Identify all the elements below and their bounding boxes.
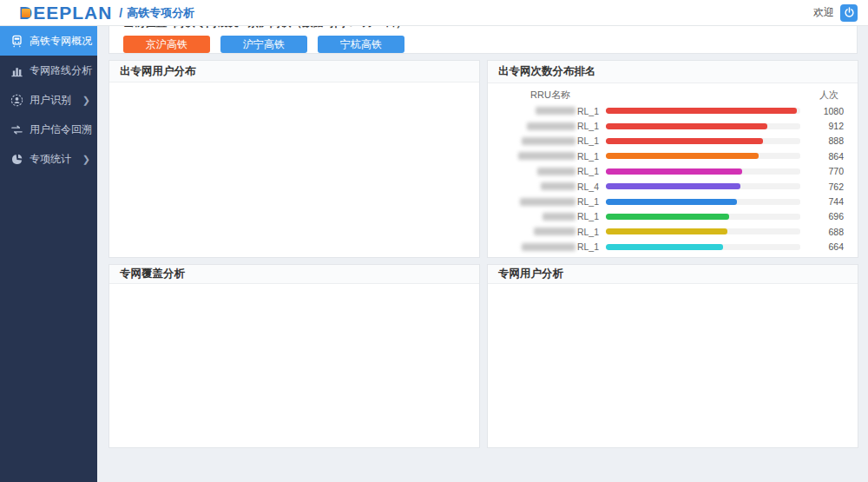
bar-track bbox=[606, 199, 800, 205]
sidebar-item-3[interactable]: 用户识别❯ bbox=[0, 85, 97, 115]
ranking-row: RL_1888 bbox=[502, 134, 844, 149]
ranking-col-name: RRU名称 bbox=[502, 89, 599, 102]
rru-name-suffix: RL_1 bbox=[577, 121, 599, 131]
bar-fill bbox=[606, 123, 767, 129]
rru-name-suffix: RL_1 bbox=[577, 166, 599, 176]
rail-line-button-1[interactable]: 京沪高铁 bbox=[123, 36, 210, 53]
ranking-row: RL_1696 bbox=[502, 209, 844, 224]
coverage-chart bbox=[109, 284, 479, 444]
main-content: 当前位置: 高铁专网概况> 京沪高铁（数据时间：8月29日） 京沪高铁沪宁高铁宁… bbox=[97, 0, 868, 455]
ranking-row: RL_1912 bbox=[502, 118, 844, 133]
logo-square-icon bbox=[22, 9, 30, 17]
bar-value: 888 bbox=[804, 135, 844, 146]
power-button[interactable] bbox=[840, 4, 858, 22]
ranking-row: RL_1664 bbox=[502, 240, 844, 254]
ranking-row: RL_1744 bbox=[502, 194, 844, 208]
sidebar-item-4[interactable]: 用户信令回溯 bbox=[0, 115, 97, 144]
rru-name-suffix: RL_4 bbox=[577, 182, 599, 192]
rru-name: RL_1 bbox=[502, 196, 599, 207]
bar-track bbox=[606, 108, 800, 114]
pie-chart-icon bbox=[10, 153, 23, 166]
bar-chart-icon bbox=[10, 64, 23, 77]
chevron-right-icon: ❯ bbox=[82, 95, 90, 106]
rru-name: RL_1 bbox=[502, 241, 599, 252]
sidebar-item-label: 专项统计 bbox=[30, 152, 82, 167]
map-canvas[interactable] bbox=[109, 83, 479, 257]
power-icon bbox=[844, 7, 855, 18]
ranking-header: RRU名称 人次 bbox=[488, 83, 858, 103]
rru-name-suffix: RL_1 bbox=[577, 241, 599, 252]
bar-value: 770 bbox=[804, 166, 844, 176]
rru-name-suffix: RL_1 bbox=[577, 151, 599, 162]
bar-value: 744 bbox=[804, 196, 844, 207]
rru-name: RL_1 bbox=[502, 211, 599, 221]
app-header: DEEPLAN / 高铁专项分析 欢迎 bbox=[0, 0, 868, 26]
logo-separator: / bbox=[119, 6, 122, 20]
sidebar-item-1[interactable]: 高铁专网概况 bbox=[0, 26, 97, 56]
app-title: 高铁专项分析 bbox=[127, 5, 194, 21]
bar-fill bbox=[606, 214, 729, 220]
bar-value: 664 bbox=[804, 241, 844, 252]
rru-name-suffix: RL_1 bbox=[577, 106, 599, 116]
signal-arrows-icon bbox=[10, 123, 23, 136]
rail-line-button-2[interactable]: 沪宁高铁 bbox=[220, 36, 307, 53]
rru-name: RL_1 bbox=[502, 121, 599, 131]
ranking-col-value: 人次 bbox=[819, 89, 844, 102]
bar-fill bbox=[606, 183, 740, 189]
bar-track bbox=[606, 183, 800, 189]
rru-name: RL_4 bbox=[502, 182, 599, 192]
rru-name: RL_1 bbox=[502, 106, 599, 116]
bar-track bbox=[606, 168, 800, 175]
panel-exit-ranking: 出专网次数分布排名 RRU名称 人次 RL_11080RL_1912RL_188… bbox=[487, 60, 858, 258]
rru-name: RL_1 bbox=[502, 135, 599, 146]
ranking-row: RL_4762 bbox=[502, 179, 844, 194]
blurred-name bbox=[541, 182, 575, 190]
bar-fill bbox=[606, 199, 737, 205]
bar-track bbox=[606, 244, 800, 250]
rail-line-buttons: 京沪高铁沪宁高铁宁杭高铁 bbox=[123, 36, 843, 53]
panel-title: 出专网次数分布排名 bbox=[488, 61, 858, 83]
bar-fill bbox=[606, 228, 727, 234]
chevron-right-icon: ❯ bbox=[82, 154, 90, 165]
ranking-row: RL_1688 bbox=[502, 224, 844, 239]
sidebar-item-label: 用户信令回溯 bbox=[30, 122, 92, 137]
ranking-row: RL_1864 bbox=[502, 149, 844, 163]
blurred-name bbox=[537, 168, 575, 175]
bar-value: 864 bbox=[804, 151, 844, 162]
bar-track bbox=[606, 138, 800, 144]
bar-value: 912 bbox=[804, 121, 844, 131]
rru-name-suffix: RL_1 bbox=[577, 227, 599, 237]
bar-track bbox=[606, 228, 800, 234]
user-icon bbox=[10, 94, 23, 107]
panel-title: 专网用户分析 bbox=[488, 265, 858, 284]
sidebar-item-label: 用户识别 bbox=[30, 93, 82, 108]
rru-name-suffix: RL_1 bbox=[577, 135, 599, 146]
sidebar: 高铁专网概况专网路线分析用户识别❯用户信令回溯专项统计❯ bbox=[0, 26, 97, 482]
bar-fill bbox=[606, 244, 723, 250]
rru-name-suffix: RL_1 bbox=[577, 211, 599, 221]
users-chart bbox=[488, 284, 858, 444]
blurred-name bbox=[522, 137, 575, 145]
train-icon bbox=[10, 35, 23, 48]
bar-track bbox=[606, 153, 800, 159]
bar-fill bbox=[606, 168, 742, 175]
blurred-name bbox=[522, 243, 575, 251]
sidebar-item-5[interactable]: 专项统计❯ bbox=[0, 144, 97, 174]
blurred-name bbox=[534, 228, 575, 235]
blurred-name bbox=[527, 122, 575, 130]
panel-title: 专网覆盖分析 bbox=[109, 265, 479, 284]
sidebar-item-2[interactable]: 专网路线分析 bbox=[0, 56, 97, 85]
bar-fill bbox=[606, 108, 797, 114]
bar-track bbox=[606, 214, 800, 220]
rail-line-button-3[interactable]: 宁杭高铁 bbox=[318, 36, 404, 53]
bar-fill bbox=[606, 138, 763, 144]
welcome-text: 欢迎 bbox=[813, 5, 834, 20]
ranking-row: RL_11080 bbox=[502, 103, 844, 118]
sidebar-item-label: 高铁专网概况 bbox=[30, 34, 92, 49]
ranking-row: RL_1770 bbox=[502, 164, 844, 179]
panel-coverage-analysis: 专网覆盖分析 bbox=[108, 264, 480, 448]
blurred-name bbox=[520, 198, 575, 206]
bar-value: 696 bbox=[804, 211, 844, 221]
panel-user-distribution: 出专网用户分布 bbox=[108, 60, 480, 258]
blurred-name bbox=[518, 152, 575, 160]
